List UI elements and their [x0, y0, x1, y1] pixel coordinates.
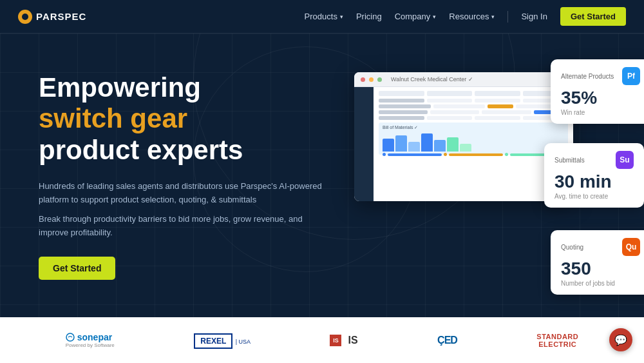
nav-divider [507, 11, 508, 23]
logo-icon [18, 10, 32, 24]
nav-sign-in[interactable]: Sign In [521, 12, 547, 21]
dashboard-header: Walnut Creek Medical Center ✓ [354, 72, 573, 87]
dashboard-content: Bill of Materials ✓ [354, 87, 573, 201]
chevron-down-icon: ▾ [433, 14, 436, 20]
chat-icon: 💬 [614, 334, 627, 346]
partner-standard-electric: STANDARD ELECTRIC [536, 333, 578, 348]
card-value-quoting: 350 [561, 260, 640, 278]
partner-sonepar: sonepar Powered by Software [66, 332, 115, 348]
nav-products[interactable]: Products ▾ [305, 12, 343, 21]
card-icon-su: Su [616, 151, 634, 169]
nav-resources[interactable]: Resources ▾ [449, 12, 495, 21]
card-label-submittals: Submittals [554, 157, 585, 164]
table-row [379, 116, 568, 120]
card-icon-qu: Qu [622, 238, 640, 256]
nav-get-started-button[interactable]: Get Started [560, 7, 626, 26]
svg-point-0 [66, 333, 74, 341]
logo: PARSPEC [18, 10, 86, 24]
card-sub-submittals: Avg. time to create [554, 193, 634, 200]
dashboard-breadcrumb: Walnut Creek Medical Center ✓ [391, 76, 473, 83]
table-row [379, 99, 568, 103]
chevron-down-icon: ▾ [491, 14, 495, 20]
table-row [379, 104, 568, 108]
hero-description: Hundreds of leading sales agents and dis… [39, 180, 328, 240]
col-headers [379, 91, 568, 96]
hero-get-started-button[interactable]: Get Started [39, 257, 115, 280]
window-dot-red [361, 77, 365, 82]
card-label-quoting: Quoting [561, 244, 583, 251]
navbar: PARSPEC Products ▾ Pricing Company ▾ Res… [0, 0, 644, 34]
table-row [379, 110, 568, 114]
chat-bubble-button[interactable]: 💬 [609, 328, 632, 351]
card-sub-alternate: Win rate [561, 109, 640, 116]
nav-pricing[interactable]: Pricing [356, 12, 382, 21]
dashboard-main: Bill of Materials ✓ [374, 87, 573, 201]
hero-visual: Walnut Creek Medical Center ✓ [316, 59, 644, 317]
hero-content: Empowering switch gear product experts H… [39, 66, 328, 280]
card-label-alternate: Alternate Products [561, 73, 614, 80]
dashboard-bom: Bill of Materials ✓ [379, 123, 568, 155]
partners-bar: sonepar Powered by Software REXEL | USA … [0, 317, 644, 363]
dashboard-mockup: Walnut Creek Medical Center ✓ [354, 72, 573, 201]
card-sub-quoting: Number of jobs bid [561, 280, 640, 287]
nav-company[interactable]: Company ▾ [395, 12, 437, 21]
hero-title-accent: switch gear [39, 103, 187, 133]
chevron-down-icon: ▾ [340, 14, 343, 20]
card-submittals: Submittals Su 30 min Avg. time to create [544, 143, 644, 208]
card-alternate-products: Alternate Products Pf 35% Win rate [551, 59, 644, 124]
brand-name: PARSPEC [36, 11, 86, 22]
partner-is: IS IS [330, 335, 357, 346]
dashboard-sidebar [354, 87, 374, 201]
card-icon-pf: Pf [622, 67, 640, 85]
card-value-submittals: 30 min [554, 173, 634, 191]
card-value-alternate: 35% [561, 89, 640, 107]
sonepar-icon [66, 333, 75, 342]
partner-rexel: REXEL | USA [194, 335, 251, 346]
navbar-right: Products ▾ Pricing Company ▾ Resources ▾… [305, 7, 626, 26]
window-dot-green [377, 77, 382, 82]
hero-section: Empowering switch gear product experts H… [0, 34, 644, 317]
window-dot-yellow [369, 77, 374, 82]
partner-ced: ÇED [437, 335, 457, 346]
hero-title: Empowering switch gear product experts [39, 72, 328, 166]
card-quoting: Quoting Qu 350 Number of jobs bid [551, 230, 644, 295]
